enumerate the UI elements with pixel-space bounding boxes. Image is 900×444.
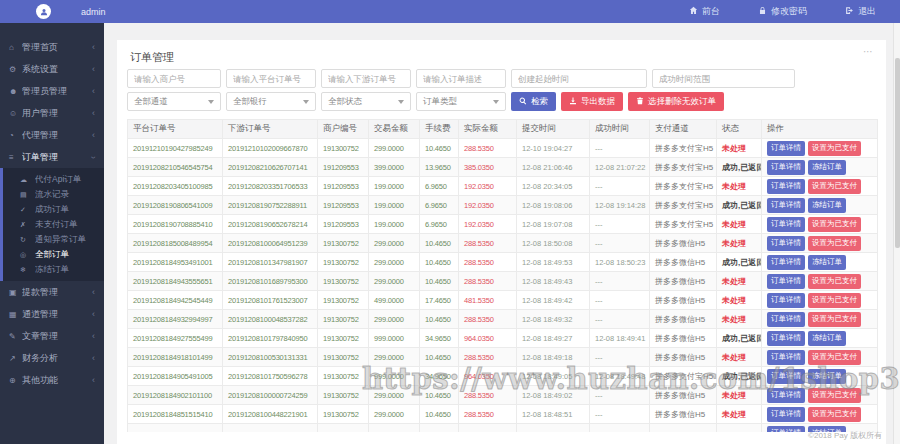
scrollbar-thumb[interactable] <box>895 58 900 248</box>
filter-select-bank[interactable]: 全部银行 <box>226 92 316 111</box>
order-detail-button[interactable]: 订单详情 <box>767 312 805 327</box>
cell-pay-channel <box>650 424 717 433</box>
filter-select-status[interactable]: 全部状态 <box>321 92 411 111</box>
cell-submit-time: 12-08 18:49:27 <box>517 329 590 348</box>
set-paid-button[interactable]: 设置为已支付 <box>808 179 861 194</box>
search-button[interactable]: 检索 <box>511 92 556 111</box>
freeze-order-button[interactable]: 冻结订单 <box>808 331 846 346</box>
sidebar-subitem-all[interactable]: ◎全部订单 <box>3 247 104 262</box>
order-detail-button[interactable]: 订单详情 <box>767 426 805 433</box>
filter-row-inputs <box>123 69 880 88</box>
order-detail-button[interactable]: 订单详情 <box>767 388 805 403</box>
cell-status: 未处理 <box>717 177 762 196</box>
sidebar-subitem-frozen[interactable]: ❄冻结订单 <box>3 262 104 277</box>
filter-select-order-type[interactable]: 订单类型 <box>416 92 506 111</box>
order-detail-button[interactable]: 订单详情 <box>767 369 805 384</box>
chevron-down-icon <box>398 100 404 104</box>
merchant-no-input[interactable] <box>127 69 221 88</box>
filter-select-channel[interactable]: 全部通道 <box>127 92 221 111</box>
order-detail-button[interactable]: 订单详情 <box>767 350 805 365</box>
cell-platform-order-no: 20191208190806541009 <box>128 196 223 215</box>
avatar[interactable] <box>36 4 51 19</box>
sidebar-item-article[interactable]: ✎文章管理‹ <box>0 325 104 347</box>
order-detail-button[interactable]: 订单详情 <box>767 217 805 232</box>
table-row: 2019120820340510098520191208203351706533… <box>128 177 878 196</box>
cell-success-time: --- <box>590 386 650 405</box>
order-detail-button[interactable]: 订单详情 <box>767 331 805 346</box>
sidebar-item-settings[interactable]: ⚙系统设置‹ <box>0 58 104 80</box>
table-header-row: 平台订单号下游订单号商户编号交易金额手续费实际金额提交时间成功时间支付通道状态操… <box>128 120 878 139</box>
order-detail-button[interactable]: 订单详情 <box>767 255 805 270</box>
sidebar-item-orders[interactable]: ≡订单管理‹ <box>0 146 104 168</box>
downstream-order-input[interactable] <box>321 69 411 88</box>
order-detail-button[interactable]: 订单详情 <box>767 407 805 422</box>
column-header: 操作 <box>762 120 878 139</box>
orders-table: 平台订单号下游订单号商户编号交易金额手续费实际金额提交时间成功时间支付通道状态操… <box>127 119 878 432</box>
set-paid-button[interactable]: 设置为已支付 <box>808 312 861 327</box>
topbar-item-change-password[interactable]: 修改密码 <box>758 5 807 18</box>
sidebar-item-users[interactable]: ☺用户管理‹ <box>0 102 104 124</box>
cell-fee: 10.4650 <box>420 405 459 424</box>
success-time-input[interactable] <box>652 69 795 88</box>
freeze-order-button[interactable]: 冻结订单 <box>808 369 846 384</box>
cell-platform-order-no: 20191210190427985249 <box>128 139 223 158</box>
cell-platform-order-no: 20191208184851515410 <box>128 405 223 424</box>
column-header: 实际金额 <box>459 120 517 139</box>
topbar-item-logout[interactable]: 退出 <box>845 5 876 18</box>
platform-order-input[interactable] <box>226 69 316 88</box>
sidebar-subitem-record[interactable]: ▤流水记录 <box>3 187 104 202</box>
order-detail-button[interactable]: 订单详情 <box>767 141 805 156</box>
topbar-item-label: 修改密码 <box>771 5 807 18</box>
order-detail-button[interactable]: 订单详情 <box>767 236 805 251</box>
cell-actual-amount: 964.0350 <box>459 367 517 386</box>
freeze-order-button[interactable]: 冻结订单 <box>808 198 846 213</box>
set-paid-button[interactable]: 设置为已支付 <box>808 141 861 156</box>
sidebar-item-admin[interactable]: ☻管理员管理‹ <box>0 80 104 102</box>
cell-amount: 299.0000 <box>369 310 420 329</box>
export-button[interactable]: 导出数据 <box>561 92 623 111</box>
cell-fee: 10.4650 <box>420 310 459 329</box>
table-row: 2019120818494355565120191208101689795300… <box>128 272 878 291</box>
sidebar-item-other[interactable]: ⊕其他功能‹ <box>0 369 104 391</box>
set-paid-button[interactable]: 设置为已支付 <box>808 407 861 422</box>
set-paid-button[interactable]: 设置为已支付 <box>808 350 861 365</box>
cell-success-time: --- <box>590 215 650 234</box>
sidebar-item-home[interactable]: ⌂管理首页‹ <box>0 36 104 58</box>
sidebar-item-channel[interactable]: ▦通道管理‹ <box>0 303 104 325</box>
cell-pay-channel: 拼多多微信H5 <box>650 386 717 405</box>
set-paid-button[interactable]: 设置为已支付 <box>808 236 861 251</box>
column-header: 平台订单号 <box>128 120 223 139</box>
sidebar-subitem-api[interactable]: ☁代付Api订单 <box>3 172 104 187</box>
sidebar-subitem-success[interactable]: ✓成功订单 <box>3 202 104 217</box>
topbar-item-frontend[interactable]: 前台 <box>689 5 720 18</box>
cell-submit-time: 12-08 20:34:05 <box>517 177 590 196</box>
table-row: 2019120819070888541020191208190652678214… <box>128 215 878 234</box>
sidebar-subitem-unpaid[interactable]: ✗未支付订单 <box>3 217 104 232</box>
freeze-order-button[interactable]: 冻结订单 <box>808 255 846 270</box>
order-detail-button[interactable]: 订单详情 <box>767 293 805 308</box>
cell-actions: 订单详情冻结订单 <box>762 253 878 272</box>
order-detail-button[interactable]: 订单详情 <box>767 160 805 175</box>
order-detail-button[interactable]: 订单详情 <box>767 179 805 194</box>
set-paid-button[interactable]: 设置为已支付 <box>808 388 861 403</box>
card-options-icon[interactable]: ⋯ <box>863 46 874 57</box>
sidebar-item-finance[interactable]: ↗财务分析‹ <box>0 347 104 369</box>
set-paid-button[interactable]: 设置为已支付 <box>808 274 861 289</box>
cell-status: 成功,已返回 <box>717 253 762 272</box>
cell-downstream-order-no: 20191208100048537282 <box>223 310 318 329</box>
sidebar-item-agent[interactable]: ◔代理管理‹ <box>0 124 104 146</box>
cell-platform-order-no: 20191208184953491001 <box>128 253 223 272</box>
sidebar-item-withdraw[interactable]: ▣提款管理‹ <box>0 281 104 303</box>
sidebar-subitem-notify[interactable]: ↻通知异常订单 <box>3 232 104 247</box>
order-desc-input[interactable] <box>416 69 506 88</box>
order-detail-button[interactable]: 订单详情 <box>767 198 805 213</box>
cell-amount: 299.0000 <box>369 139 420 158</box>
chevron-icon: ‹ <box>92 87 95 96</box>
freeze-order-button[interactable]: 冻结订单 <box>808 160 846 175</box>
set-paid-button[interactable]: 设置为已支付 <box>808 217 861 232</box>
cell-success-time: 12-08 21:07:22 <box>590 158 650 177</box>
create-time-input[interactable] <box>511 69 647 88</box>
delete-invalid-button[interactable]: 选择删除无效订单 <box>628 92 724 111</box>
set-paid-button[interactable]: 设置为已支付 <box>808 293 861 308</box>
order-detail-button[interactable]: 订单详情 <box>767 274 805 289</box>
